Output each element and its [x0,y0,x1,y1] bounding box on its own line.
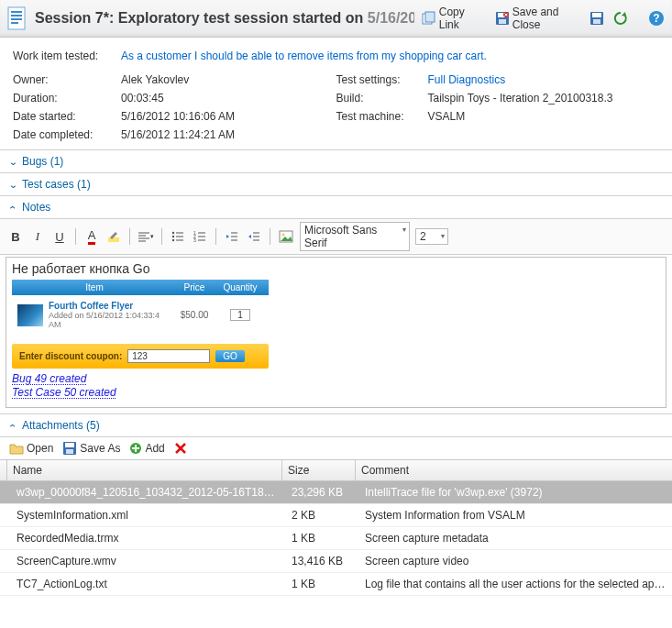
refresh-icon [613,11,628,26]
svg-rect-42 [65,443,74,447]
indent-button[interactable] [246,228,262,245]
open-button[interactable]: Open [9,442,53,455]
outdent-button[interactable] [224,228,240,245]
test-machine-value: VSALM [428,110,466,123]
test-settings-link[interactable]: Full Diagnostics [428,73,506,86]
copy-link-icon [422,11,436,26]
folder-open-icon [9,442,24,455]
add-button[interactable]: Add [129,442,164,455]
duration-value: 00:03:45 [121,92,164,105]
grid-drag-handle[interactable] [0,460,7,480]
add-icon [129,442,142,455]
date-completed-value: 5/16/2012 11:24:21 AM [121,128,235,141]
font-size-select[interactable]: 2 ▾ [415,228,448,245]
cart-item-added: Added on 5/16/2012 1:04:33:4 AM [49,311,171,329]
col-name[interactable]: Name [7,460,282,480]
svg-rect-2 [11,15,22,17]
font-name-select[interactable]: Microsoft Sans Serif ▾ [300,222,410,251]
save-as-button[interactable]: Save As [62,441,120,456]
save-as-label: Save As [80,442,120,455]
highlight-button[interactable] [105,228,122,245]
section-testcases[interactable]: ⌄ Test cases (1) [0,172,672,195]
insert-image-button[interactable] [278,228,294,245]
file-name: TC7_ActionLog.txt [11,576,286,592]
help-button[interactable]: ? [648,10,665,27]
col-comment[interactable]: Comment [356,460,672,480]
underline-button[interactable]: U [51,228,68,245]
bullet-list-button[interactable] [170,228,186,245]
add-label: Add [145,442,164,455]
delete-icon [174,442,187,455]
refresh-button[interactable] [613,11,628,26]
file-name: SystemInformation.xml [11,507,286,523]
save-close-label: Save and Close [512,6,589,31]
table-row[interactable]: ScreenCapture.wmv13,416 KBScreen capture… [0,550,672,573]
file-comment: IntelliTrace file for 'w3wp.exe' (3972) [359,484,672,501]
table-row[interactable]: SystemInformation.xml2 KBSystem Informat… [0,504,672,527]
delete-button[interactable] [174,442,187,455]
notes-title: Не работает кнопка Go [12,261,660,276]
cart-item-qty: 1 [230,309,250,321]
table-row[interactable]: w3wp_00000f84_120516_103432_2012-05-16T1… [0,481,672,504]
file-size: 13,416 KB [286,553,359,569]
file-size: 1 KB [286,576,359,592]
cart-head-price: Price [171,282,217,292]
bug-created-link[interactable]: Bug 49 created [12,372,660,386]
bold-button[interactable]: B [7,228,24,245]
align-button[interactable]: ▾ [138,228,154,245]
section-testcases-label: Test cases (1) [22,178,91,191]
svg-rect-43 [66,449,73,454]
owner-label: Owner: [13,73,121,86]
chevron-up-icon: ⌄ [8,423,17,433]
svg-rect-16 [108,237,119,242]
font-name-value: Microsoft Sans Serif [304,224,377,249]
testcase-created-link[interactable]: Test Case 50 created [12,386,660,400]
title-text: Session 7*: Exploratory test session sta… [35,10,368,26]
svg-rect-6 [425,12,435,22]
section-notes[interactable]: ⌄ Notes [0,195,672,218]
work-item-link[interactable]: As a customer I should be able to remove… [121,50,487,62]
save-icon [62,441,77,456]
help-icon: ? [648,10,665,27]
test-machine-label: Test machine: [336,110,428,123]
page-title: Session 7*: Exploratory test session sta… [35,10,414,27]
col-size[interactable]: Size [282,460,356,480]
notes-editor[interactable]: Не работает кнопка Go Item Price Quantit… [6,257,666,408]
number-list-button[interactable]: 123 [192,228,208,245]
table-row[interactable]: RecordedMedia.trmx1 KBScreen capture met… [0,527,672,550]
cart-screenshot: Item Price Quantity Fourth Coffee Flyer … [12,280,269,369]
save-icon [589,11,604,26]
save-button[interactable] [589,11,604,26]
go-button: GO [215,350,245,362]
font-color-button[interactable]: A [83,228,100,245]
file-comment: Screen capture video [359,553,672,569]
copy-link-label: Copy Link [439,6,488,31]
date-completed-label: Date completed: [13,128,121,141]
attachments-grid: Name Size Comment w3wp_00000f84_120516_1… [0,459,672,596]
file-name: w3wp_00000f84_120516_103432_2012-05-16T1… [11,484,286,501]
chevron-up-icon: ⌄ [8,204,17,215]
file-size: 2 KB [286,507,359,523]
section-bugs[interactable]: ⌄ Bugs (1) [0,149,672,172]
title-date: 5/16/20 [368,10,414,26]
file-size: 23,296 KB [286,484,359,501]
copy-link-button[interactable]: Copy Link [422,6,488,31]
file-comment: System Information from VSALM [359,507,672,523]
table-row[interactable]: TC7_ActionLog.txt1 KBLog file that conta… [0,573,672,596]
date-started-label: Date started: [13,110,121,123]
owner-value: Alek Yakovlev [121,73,189,86]
section-notes-label: Notes [22,201,50,214]
section-attachments[interactable]: ⌄ Attachments (5) [0,413,672,436]
build-label: Build: [336,92,428,105]
svg-point-23 [172,236,174,237]
coupon-input: 123 [127,349,210,363]
duration-label: Duration: [13,92,121,105]
svg-text:3: 3 [193,237,196,242]
document-icon [7,6,28,30]
italic-button[interactable]: I [29,228,46,245]
chevron-down-icon: ⌄ [8,157,17,167]
svg-point-40 [282,234,285,237]
coupon-label: Enter discount coupon: [19,351,122,361]
save-close-button[interactable]: Save and Close [495,6,589,31]
file-name: ScreenCapture.wmv [11,553,286,569]
